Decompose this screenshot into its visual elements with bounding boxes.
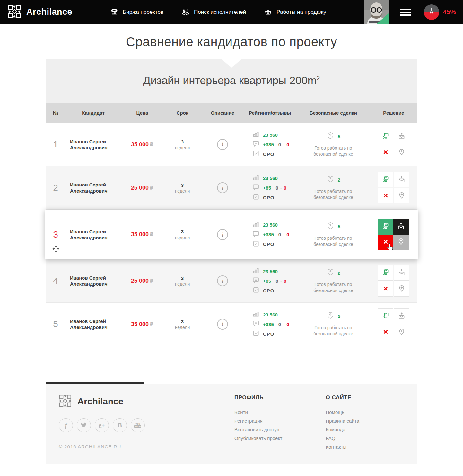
- smiley-bubble-icon: [252, 184, 260, 192]
- info-icon[interactable]: i: [217, 319, 228, 330]
- neutral-reviews: 0: [275, 278, 278, 284]
- checkbox-icon: [252, 193, 260, 202]
- send-message-button[interactable]: [394, 129, 409, 144]
- youtube-button[interactable]: You Tube: [131, 418, 145, 432]
- brand[interactable]: Archilance: [8, 5, 72, 20]
- row-number: 1: [53, 139, 58, 149]
- youtube-icon: You Tube: [134, 423, 142, 428]
- send-message-button[interactable]: [394, 308, 409, 324]
- top-nav: Archilance Биржа проектов: [0, 0, 463, 24]
- facebook-button[interactable]: f: [59, 418, 73, 432]
- footer-link[interactable]: Команда: [326, 425, 417, 434]
- brand-logo-icon: [8, 5, 21, 20]
- drag-handle[interactable]: [52, 245, 60, 254]
- row-number: 4: [53, 276, 58, 286]
- reject-button[interactable]: [378, 188, 393, 203]
- term-unit: недели: [163, 188, 202, 194]
- price-value: 35 000: [131, 231, 149, 238]
- decision-cell: [370, 308, 417, 340]
- safe-deals-count: 5: [338, 224, 340, 229]
- reject-button[interactable]: [378, 281, 393, 297]
- views-count: 23 560: [263, 312, 278, 317]
- safe-deals-count-line: 5: [296, 311, 370, 321]
- pin-plus-icon: [398, 285, 406, 293]
- send-message-button[interactable]: [394, 265, 409, 281]
- certification-line: СРО: [252, 329, 296, 339]
- twitter-button[interactable]: [77, 418, 91, 432]
- cpo-label: СРО: [263, 288, 274, 293]
- table-body: 1 Иванов Сергей Александрович 35 000₽ 3 …: [46, 123, 417, 346]
- ratings-cell: 23 560 +385 0 - 0: [243, 220, 296, 249]
- page-title: Сравнение кандидатов по проекту: [126, 35, 337, 49]
- safe-deals-cell: 5 Готов работать по безопасной сделке: [296, 222, 370, 247]
- row-number-cell: 5: [46, 319, 65, 329]
- safe-deals-cell: 5 Готов работать по безопасной сделке: [296, 311, 370, 337]
- info-icon[interactable]: i: [217, 182, 228, 193]
- safe-deal-text: Готов работать по безопасной сделке: [303, 281, 364, 294]
- footer-brand[interactable]: Archilance: [59, 394, 234, 409]
- footer-link[interactable]: Опубликовать проект: [234, 434, 326, 443]
- candidate-name[interactable]: Иванов Сергей Александрович: [65, 229, 113, 241]
- make-deal-button[interactable]: [378, 219, 393, 235]
- make-deal-button[interactable]: [378, 129, 393, 144]
- decision-buttons: [378, 129, 409, 160]
- reviews-dash: -: [280, 185, 282, 191]
- page: Archilance Биржа проектов: [0, 0, 463, 472]
- safe-deals-cell: 5 Готов работать по безопасной сделке: [296, 132, 370, 157]
- send-message-button[interactable]: [393, 219, 409, 235]
- footer-link[interactable]: Контакты: [326, 443, 417, 451]
- candidate-name[interactable]: Иванов Сергей Александрович: [65, 318, 113, 330]
- row-number: 3: [53, 229, 58, 239]
- bar-chart-icon: [252, 131, 260, 139]
- neutral-reviews: 0: [278, 232, 281, 237]
- make-deal-button[interactable]: [378, 308, 393, 324]
- candidate-row: 2 Иванов Сергей Александрович 25 000₽ 3 …: [46, 166, 417, 210]
- bar-chart-icon: [252, 174, 260, 182]
- candidate-row: 1 Иванов Сергей Александрович 35 000₽ 3 …: [46, 123, 417, 166]
- add-location-button[interactable]: [394, 281, 409, 297]
- views-line: 23 560: [252, 130, 296, 140]
- pin-plus-icon: [398, 192, 406, 200]
- candidate-name[interactable]: Иванов Сергей Александрович: [65, 275, 113, 287]
- nav-item-projects-exchange[interactable]: Биржа проектов: [110, 8, 163, 16]
- make-deal-button[interactable]: [378, 172, 393, 187]
- footer-link[interactable]: FAQ: [326, 434, 417, 443]
- certification-line: СРО: [252, 193, 296, 202]
- bar-chart-icon: [252, 267, 260, 275]
- reject-button[interactable]: [378, 325, 393, 340]
- footer-link[interactable]: Правила сайта: [326, 417, 417, 425]
- footer-link[interactable]: Помощь: [326, 408, 417, 417]
- footer-column-title: О САЙТЕ: [326, 394, 417, 401]
- add-location-button[interactable]: [394, 188, 409, 203]
- google-plus-button[interactable]: g+: [95, 418, 109, 432]
- ruble-sign: ₽: [150, 231, 153, 238]
- add-location-button[interactable]: [393, 235, 409, 250]
- footer-link[interactable]: Востановить доступ: [234, 425, 326, 434]
- footer-link[interactable]: Войти: [234, 408, 326, 417]
- vk-button[interactable]: B: [113, 418, 127, 432]
- description-cell: i: [202, 319, 243, 330]
- info-icon[interactable]: i: [217, 139, 228, 150]
- candidate-name[interactable]: Иванов Сергей Александрович: [65, 182, 113, 194]
- reject-button[interactable]: [378, 145, 393, 160]
- add-location-button[interactable]: [394, 325, 409, 340]
- send-message-button[interactable]: [394, 172, 409, 187]
- footer-link[interactable]: Регистрация: [234, 417, 326, 425]
- candidate-name[interactable]: Иванов Сергей Александрович: [65, 138, 113, 151]
- col-candidate: Кандидат: [65, 110, 121, 116]
- nav-item-find-performers[interactable]: Поиск исполнителей: [181, 8, 246, 16]
- profile-progress-badge[interactable]: [424, 4, 439, 20]
- nav-item-works-for-sale[interactable]: Работы на продажу: [264, 8, 326, 16]
- safe-deals-count-line: 5: [296, 222, 370, 231]
- add-location-button[interactable]: [394, 145, 409, 160]
- safe-deal-text: Готов работать по безопасной сделке: [303, 145, 364, 157]
- term-cell: 3 недели: [163, 229, 202, 240]
- info-icon[interactable]: i: [217, 229, 228, 240]
- hamburger-menu-button[interactable]: [400, 7, 411, 17]
- info-icon[interactable]: i: [217, 275, 228, 286]
- avatar[interactable]: [364, 0, 389, 24]
- bar-chart-icon: [252, 310, 260, 319]
- neutral-reviews: 0: [278, 142, 281, 147]
- make-deal-button[interactable]: [378, 265, 393, 281]
- smiley-bubble-icon: [252, 230, 260, 239]
